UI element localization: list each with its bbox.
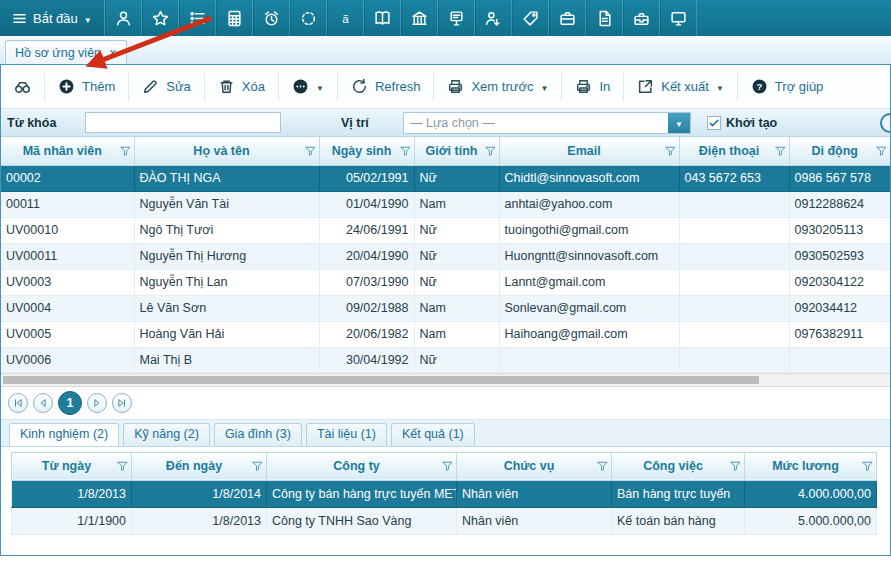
column-header[interactable]: Ngày sinh <box>319 137 414 165</box>
init-checkbox-label: Khởi tạo <box>726 116 777 130</box>
column-header[interactable]: Email <box>499 137 679 165</box>
preview-button[interactable]: Xem trước <box>436 70 559 104</box>
pencil-icon <box>142 78 159 95</box>
table-row[interactable]: UV00010Ngô Thị Tươi24/06/1991Nữtuoingoth… <box>1 217 890 243</box>
table-row[interactable]: 00011Nguyễn Văn Tài01/04/1990Namanhtai@y… <box>1 191 890 217</box>
detail-tab[interactable]: Kỹ năng (2) <box>123 423 210 446</box>
scrollbar-thumb[interactable] <box>3 376 759 384</box>
funnel-icon[interactable] <box>117 461 128 472</box>
toolbar-list-button[interactable] <box>179 0 216 36</box>
funnel-icon[interactable] <box>442 461 453 472</box>
table-row[interactable]: UV0003Nguyễn Thị Lan07/03/1990NữLannt@gm… <box>1 269 890 295</box>
help-button[interactable]: ?Trợ giúp <box>740 70 835 104</box>
table-row[interactable]: UV00011Nguyễn Thị Hương20/04/1990NữHuong… <box>1 243 890 269</box>
next-page-button[interactable] <box>87 393 107 413</box>
print-button[interactable]: In <box>564 70 621 104</box>
cell: 0920304122 <box>789 269 890 295</box>
toolbar-loading-button[interactable] <box>290 0 327 36</box>
edit-button[interactable]: Sửa <box>131 70 202 104</box>
toolbar-document-button[interactable] <box>586 0 623 36</box>
dropdown-button[interactable] <box>668 113 690 133</box>
first-page-button[interactable] <box>8 393 28 413</box>
toolbar-briefcase-button[interactable] <box>549 0 586 36</box>
table-row[interactable]: UV0004Lê Văn Sơn09/02/1988NamSonlevan@gm… <box>1 295 890 321</box>
user-arrow-icon <box>485 10 502 27</box>
column-header[interactable]: Di động <box>789 137 890 165</box>
table-row[interactable]: UV0006Mai Thị B30/04/1992Nữ <box>1 347 890 372</box>
previous-page-button[interactable] <box>33 393 53 413</box>
toolbar-tag-button[interactable] <box>512 0 549 36</box>
more-button[interactable] <box>281 70 335 104</box>
divider <box>204 73 205 101</box>
close-icon[interactable]: × <box>109 45 117 60</box>
table-row[interactable]: 1/8/20131/8/2014Công ty bán hàng trực tu… <box>12 480 877 507</box>
funnel-icon[interactable] <box>775 145 786 156</box>
funnel-icon[interactable] <box>400 145 411 156</box>
cell: Bán hàng trực tuyến <box>612 480 745 507</box>
find-button[interactable] <box>3 70 42 104</box>
action-toolbar: ThêmSửaXóaRefreshXem trướcInKết xuất?Trợ… <box>1 65 890 109</box>
toolbar-toolbox-button[interactable] <box>623 0 660 36</box>
column-header[interactable]: Đến ngày <box>132 452 267 480</box>
horizontal-scrollbar[interactable] <box>1 373 890 387</box>
init-checkbox[interactable]: Khởi tạo <box>707 116 777 130</box>
document-icon <box>596 10 613 27</box>
kiosk-icon <box>448 10 465 27</box>
export-button[interactable]: Kết xuất <box>626 70 735 104</box>
toolbar-star-button[interactable] <box>142 0 179 36</box>
column-header[interactable]: Từ ngày <box>12 452 132 480</box>
toolbar-language-button[interactable]: ã <box>327 0 364 36</box>
column-header[interactable]: Chức vụ <box>457 452 612 480</box>
refresh-icon <box>351 78 368 95</box>
cell: UV0005 <box>1 321 134 347</box>
last-page-button[interactable] <box>112 393 132 413</box>
toolbar-bank-button[interactable] <box>401 0 438 36</box>
table-row[interactable]: 00002ĐÀO THỊ NGA05/02/1991NữChidtl@sinno… <box>1 165 890 191</box>
table-row[interactable]: UV0005Hoàng Văn Hải20/06/1982NamHaihoang… <box>1 321 890 347</box>
toolbar-address-book-button[interactable] <box>364 0 401 36</box>
position-label: Vị trí <box>281 116 403 130</box>
add-button[interactable]: Thêm <box>47 70 126 104</box>
toolbar-calculator-button[interactable] <box>216 0 253 36</box>
column-header[interactable]: Điện thoại <box>679 137 789 165</box>
toolbar-alarm-clock-button[interactable] <box>253 0 290 36</box>
collapse-icon[interactable] <box>880 113 891 133</box>
detail-tab[interactable]: Gia đình (3) <box>214 423 302 446</box>
cell: Lê Văn Sơn <box>134 295 319 321</box>
column-header[interactable]: Mức lương <box>745 452 877 480</box>
delete-button[interactable]: Xóa <box>207 70 276 104</box>
current-page-button[interactable]: 1 <box>58 391 82 415</box>
detail-tab[interactable]: Kết quả (1) <box>391 423 475 446</box>
column-header[interactable]: Họ và tên <box>134 137 319 165</box>
table-row[interactable]: 1/1/19001/8/2013Công ty TNHH Sao VàngNhâ… <box>12 507 877 534</box>
funnel-icon[interactable] <box>665 145 676 156</box>
column-header[interactable]: Công việc <box>612 452 745 480</box>
funnel-icon[interactable] <box>252 461 263 472</box>
toolbar-monitor-button[interactable] <box>660 0 697 36</box>
cell: 043 5672 653 <box>679 165 789 191</box>
detail-tab[interactable]: Tài liệu (1) <box>306 423 387 446</box>
calculator-icon <box>226 10 243 27</box>
tab-ho-so-ung-vien[interactable]: Hồ sơ ứng viên × <box>5 40 127 64</box>
toolbar-user-arrow-button[interactable] <box>475 0 512 36</box>
toolbar-kiosk-button[interactable] <box>438 0 475 36</box>
column-header[interactable]: Công ty <box>267 452 457 480</box>
funnel-icon[interactable] <box>862 461 873 472</box>
toolbar-user-button[interactable] <box>105 0 142 36</box>
funnel-icon[interactable] <box>485 145 496 156</box>
funnel-icon[interactable] <box>120 145 131 156</box>
funnel-icon[interactable] <box>730 461 741 472</box>
refresh-button[interactable]: Refresh <box>340 70 432 104</box>
column-label: Đến ngày <box>166 459 222 473</box>
funnel-icon[interactable] <box>305 145 316 156</box>
detail-tab[interactable]: Kinh nghiệm (2) <box>9 423 119 446</box>
start-menu-button[interactable]: Bắt đầu <box>0 0 105 36</box>
funnel-icon[interactable] <box>876 145 887 156</box>
column-header[interactable]: Giới tính <box>414 137 499 165</box>
cell <box>789 347 890 372</box>
column-header[interactable]: Mã nhân viên <box>1 137 134 165</box>
caret-down-icon <box>316 79 324 94</box>
keyword-input[interactable] <box>85 112 281 133</box>
funnel-icon[interactable] <box>597 461 608 472</box>
position-select[interactable]: — Lựa chọn — <box>403 112 691 134</box>
